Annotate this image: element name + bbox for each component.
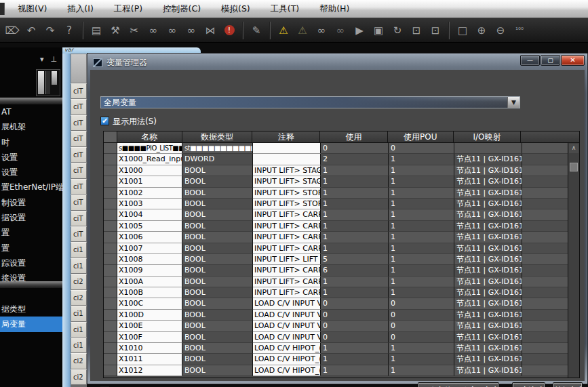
menu-item[interactable]: 插入(I) xyxy=(57,0,103,18)
offline-icon[interactable]: ⚠ xyxy=(293,22,312,39)
menu-item[interactable]: 控制器(C) xyxy=(153,0,211,18)
background-grid-cell[interactable]: ciT xyxy=(71,83,87,99)
delete-icon[interactable]: ⌦ xyxy=(3,22,22,39)
header-cell[interactable]: 名称 xyxy=(117,131,182,143)
var-name-cell[interactable]: X1004 xyxy=(117,209,182,220)
variable-scope-dropdown[interactable]: 全局变量 ▼ xyxy=(100,96,520,108)
header-cell[interactable]: 数据类型 xyxy=(182,131,253,143)
redo-icon[interactable]: ↷ xyxy=(41,22,60,39)
background-grid-cell[interactable]: ci2 xyxy=(71,274,87,289)
comment-cell[interactable]: INPUT LIFT> LIFT ( xyxy=(253,254,321,265)
var-type-cell[interactable]: BOOL xyxy=(182,176,253,187)
cut-rung-icon[interactable]: ✂ xyxy=(125,22,144,39)
var-type-cell[interactable]: BOOL xyxy=(182,365,253,376)
update-button[interactable]: 更新(U) xyxy=(513,383,545,387)
header-cell[interactable]: 使用POU xyxy=(388,131,454,143)
background-grid-cell[interactable]: ci1 xyxy=(71,242,87,258)
var-name-cell[interactable]: X1003 xyxy=(117,199,182,209)
sidebar-item[interactable]: 设置 xyxy=(0,165,62,180)
header-cell[interactable]: 注释 xyxy=(252,131,320,143)
sidebar-item[interactable]: 时 xyxy=(0,135,62,150)
background-grid-cell[interactable]: ci2 xyxy=(71,290,87,306)
row-header-cell[interactable] xyxy=(104,254,117,265)
comment-cell[interactable]: INPUT LIFT> CARR xyxy=(253,232,321,243)
menu-item[interactable]: 视图(V) xyxy=(7,0,57,18)
row-header-cell[interactable] xyxy=(104,209,117,220)
row-header-cell[interactable] xyxy=(104,165,117,176)
row-header-cell[interactable] xyxy=(104,310,117,321)
fit-view-icon[interactable]: □ xyxy=(453,22,472,39)
row-header-cell[interactable] xyxy=(104,154,117,165)
minimize-button[interactable]: — xyxy=(520,55,540,66)
row-header-cell[interactable] xyxy=(104,332,117,343)
zoom-100-icon[interactable]: ¹⁰⁰ xyxy=(510,22,529,39)
background-grid-cell[interactable]: ciT xyxy=(71,115,87,131)
var-name-cell[interactable]: X1009 xyxy=(117,265,182,276)
var-type-cell[interactable]: BOOL xyxy=(182,287,253,298)
row-header-cell[interactable] xyxy=(104,277,117,287)
collapse-icon[interactable]: ▾ xyxy=(40,55,44,64)
row-header-cell[interactable] xyxy=(104,188,117,199)
var-name-cell[interactable]: X1011 xyxy=(117,354,182,365)
background-grid-cell[interactable]: ciT xyxy=(71,195,87,210)
comment-cell[interactable] xyxy=(253,154,321,165)
background-grid-cell[interactable]: ciT xyxy=(71,147,87,163)
comment-cell[interactable]: INPUT LIFT> CARR xyxy=(253,277,321,287)
online-icon[interactable]: ⚠ xyxy=(274,22,293,39)
new-window-icon[interactable]: ▤ xyxy=(87,22,106,39)
background-grid-cell[interactable]: ciT xyxy=(71,211,87,226)
table-scrollbar[interactable]: ∧ xyxy=(568,143,579,378)
monitor-icon[interactable]: ∞ xyxy=(312,22,331,39)
zoom-in-icon[interactable]: ⊕ xyxy=(472,22,491,39)
var-name-cell[interactable]: X1005 xyxy=(117,221,182,232)
header-cell[interactable]: I/O映射 xyxy=(454,131,522,143)
background-grid-cell[interactable]: ciT xyxy=(71,99,87,115)
var-name-cell[interactable]: X1000 xyxy=(117,165,182,176)
comment-cell[interactable]: LOAD C/V INPUT V xyxy=(253,310,321,321)
var-name-cell[interactable]: X100D xyxy=(117,310,182,321)
comment-cell[interactable]: INPUT LIFT> STOP xyxy=(253,199,321,209)
watch-table-icon[interactable]: ∞ xyxy=(163,22,182,39)
row-header-cell[interactable] xyxy=(104,354,117,365)
row-header-cell[interactable] xyxy=(104,298,117,309)
chevron-down-icon[interactable]: ▼ xyxy=(507,97,520,108)
row-header-cell[interactable] xyxy=(104,199,117,209)
var-name-cell[interactable]: X1010 xyxy=(117,343,182,354)
close-dialog-button[interactable]: 关闭(C) xyxy=(553,383,582,387)
background-grid-cell[interactable]: ciT xyxy=(71,226,87,242)
row-header-cell[interactable] xyxy=(104,221,117,232)
var-type-cell[interactable]: BOOL xyxy=(182,188,253,199)
comment-cell[interactable]: INPUT LIFT> CARR xyxy=(253,209,321,220)
var-name-cell[interactable]: X1006 xyxy=(117,232,182,243)
var-type-cell[interactable]: BOOL xyxy=(182,232,253,243)
var-type-cell[interactable]: BOOL xyxy=(182,298,253,309)
var-type-cell[interactable]: BOOL xyxy=(182,221,253,232)
sidebar-item[interactable]: 据类型 xyxy=(0,302,62,317)
row-header-cell[interactable] xyxy=(104,243,117,254)
maximize-button[interactable]: ▢ xyxy=(541,55,560,66)
cross-reference-icon[interactable]: ∞ xyxy=(182,22,201,39)
undo-icon[interactable]: ↶ xyxy=(22,22,41,39)
upload-from-controller-icon[interactable]: ⊡ xyxy=(426,22,445,39)
comment-cell[interactable]: LOAD C/V HIPOT_( xyxy=(253,354,321,365)
menu-item[interactable]: 工程(P) xyxy=(104,0,153,18)
sidebar-item[interactable]: 踪设置 xyxy=(0,256,62,270)
comment-cell[interactable]: INPUT LIFT> STAG xyxy=(253,176,321,187)
pin-icon[interactable]: ⊥ xyxy=(50,55,57,64)
sidebar-item[interactable]: 展机架 xyxy=(0,119,62,134)
var-type-cell[interactable]: BOOL xyxy=(182,265,253,276)
var-type-cell[interactable]: DWORD xyxy=(182,154,253,165)
sidebar-item[interactable]: AT xyxy=(0,104,62,119)
error-list-icon[interactable]: ! xyxy=(220,22,239,39)
var-type-cell[interactable]: st■■■■■■■■■■■ xyxy=(182,143,253,154)
edit-variable-icon[interactable]: ✎ xyxy=(247,22,266,39)
row-header-cell[interactable] xyxy=(104,232,117,243)
background-grid-cell[interactable]: ciT xyxy=(71,163,87,178)
row-header-cell[interactable] xyxy=(104,321,117,331)
tab-var[interactable]: var xyxy=(64,47,73,53)
background-grid-cell[interactable]: ciT xyxy=(71,131,87,146)
monitor-stop-icon[interactable]: ∞ xyxy=(331,22,350,39)
var-name-cell[interactable]: X1000_Read_input xyxy=(117,154,182,165)
comment-cell[interactable]: INPUT LIFT> CARR xyxy=(253,287,321,298)
delete-unused-variables-button[interactable]: 删除未使用的变量(D) xyxy=(418,383,498,387)
